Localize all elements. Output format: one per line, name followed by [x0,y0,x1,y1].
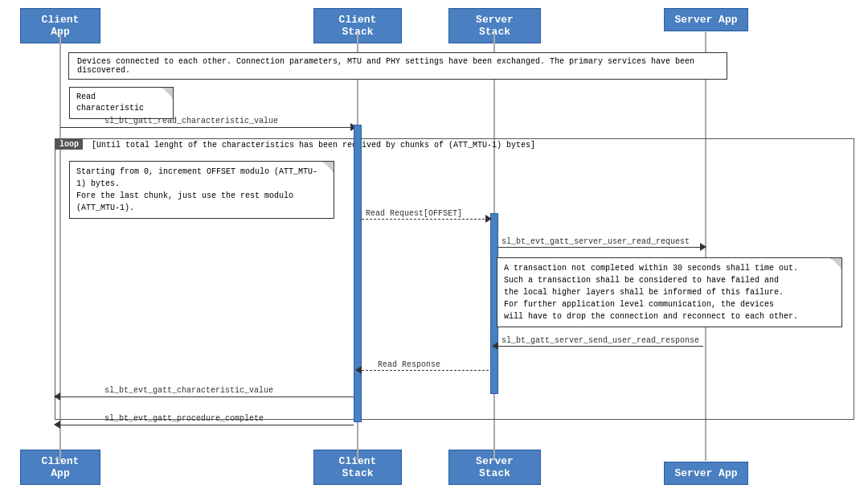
arrowhead-sl-bt-evt-user-read [700,243,706,251]
label-sl-bt-gatt-read: sl_bt_gatt_read_characteristic_value [104,117,278,125]
arrowhead-read-request [485,215,492,223]
loop-note: Starting from 0, increment OFFSET modulo… [69,161,334,219]
arrowhead-sl-bt-send-response [492,342,498,350]
arrow-read-response [362,370,489,371]
label-sl-bt-send-response: sl_bt_gatt_server_send_user_read_respons… [502,336,699,345]
arrowhead-read-response [355,366,362,374]
actor-server-app-bottom: Server App [664,462,748,485]
connection-note: Devices connected to each other. Connect… [68,52,727,80]
activation-client-stack [354,125,362,422]
arrow-sl-bt-evt-user-read [498,247,703,248]
label-sl-bt-evt-char: sl_bt_evt_gatt_characteristic_value [104,386,273,395]
arrowhead-sl-bt-evt-char [54,392,60,401]
actor-server-app-top: Server App [664,8,748,31]
label-sl-bt-evt-user-read: sl_bt_evt_gatt_server_user_read_request [502,237,690,246]
arrow-sl-bt-gatt-read [60,127,354,128]
loop-condition: [Until total lenght of the characteristi… [92,141,535,150]
label-read-response: Read Response [378,360,440,369]
label-read-request: Read Request[OFFSET] [366,209,462,218]
timeout-note: A transaction not completed within 30 se… [497,257,842,327]
arrow-read-request [362,219,489,220]
arrow-sl-bt-evt-char [60,396,354,397]
sequence-diagram: Client App Client Stack Server Stack Ser… [0,0,868,493]
arrow-sl-bt-evt-proc [60,425,354,425]
read-characteristic-box: Read characteristic [69,87,174,119]
loop-tag: loop [55,139,83,150]
arrowhead-sl-bt-evt-proc [54,421,60,429]
label-sl-bt-evt-proc: sl_bt_evt_gatt_procedure_complete [104,414,264,423]
arrow-sl-bt-send-response [498,346,703,347]
